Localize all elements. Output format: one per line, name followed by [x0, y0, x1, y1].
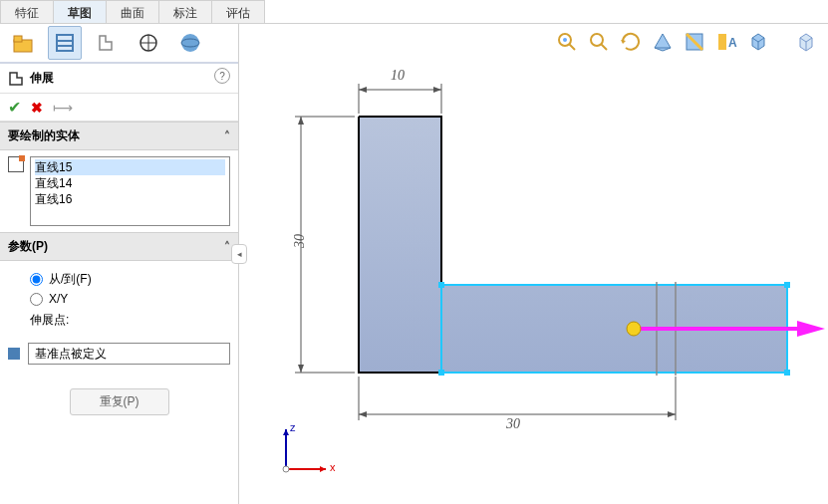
svg-rect-20 — [784, 282, 790, 288]
tab-surface[interactable]: 曲面 — [106, 0, 159, 23]
tab-sketch[interactable]: 草图 — [53, 0, 107, 23]
entity-list[interactable]: 直线15 直线14 直线16 — [30, 156, 230, 226]
list-item[interactable]: 直线14 — [35, 175, 225, 191]
dimxpert-icon[interactable] — [132, 26, 165, 60]
svg-rect-2 — [57, 35, 73, 51]
list-item[interactable]: 直线15 — [35, 159, 225, 175]
extend-point-label: 伸展点: — [30, 312, 226, 329]
dim-bottom[interactable]: 30 — [506, 416, 520, 432]
svg-marker-42 — [668, 411, 676, 417]
property-manager-icon[interactable] — [48, 26, 82, 60]
radio-xy[interactable]: X/Y — [30, 292, 226, 306]
command-title: 伸展 — [30, 70, 54, 87]
svg-marker-46 — [283, 429, 289, 435]
svg-marker-37 — [298, 365, 304, 373]
radio-fromto[interactable]: 从/到(F) — [30, 271, 226, 288]
render-icon[interactable] — [173, 26, 207, 60]
axis-triad[interactable]: x z — [274, 421, 334, 484]
pin-button[interactable]: ⟼ — [53, 100, 73, 116]
svg-marker-41 — [359, 411, 367, 417]
chevron-up-icon[interactable]: ˄ — [224, 240, 230, 254]
action-row: ✔ ✖ ⟼ — [0, 94, 238, 122]
selection-filter-icon[interactable] — [8, 156, 24, 172]
help-icon[interactable]: ? — [214, 68, 230, 84]
command-title-row: 伸展 ? — [0, 64, 238, 94]
extend-cmd-icon — [8, 71, 24, 87]
dim-top[interactable]: 10 — [391, 68, 405, 84]
svg-rect-1 — [14, 36, 22, 42]
svg-marker-44 — [320, 466, 326, 472]
svg-point-8 — [181, 34, 199, 52]
svg-rect-19 — [438, 282, 444, 288]
property-panel: 伸展 ? ✔ ✖ ⟼ 要绘制的实体 ˄ 直线15 直线14 直线16 参数(P)… — [0, 24, 239, 504]
basepoint-indicator-icon — [8, 348, 20, 360]
basepoint-input[interactable] — [28, 343, 230, 365]
svg-rect-22 — [784, 370, 790, 376]
svg-marker-26 — [797, 321, 825, 337]
ok-button[interactable]: ✔ — [8, 98, 21, 117]
repeat-button[interactable]: 重复(P) — [70, 388, 169, 415]
config-manager-icon[interactable] — [90, 26, 124, 60]
svg-rect-21 — [438, 370, 444, 376]
tab-annotate[interactable]: 标注 — [158, 0, 212, 23]
basepoint-row — [0, 343, 238, 365]
section-params[interactable]: 参数(P) ˄ — [0, 232, 238, 261]
svg-marker-36 — [298, 117, 304, 125]
section-entities[interactable]: 要绘制的实体 ˄ — [0, 122, 238, 150]
svg-point-27 — [627, 322, 641, 336]
tab-feature[interactable]: 特征 — [0, 0, 54, 23]
list-item[interactable]: 直线16 — [35, 191, 225, 207]
tab-evaluate[interactable]: 评估 — [211, 0, 265, 23]
feature-manager-icon[interactable] — [6, 26, 40, 60]
svg-point-47 — [283, 466, 289, 472]
svg-marker-32 — [433, 87, 441, 93]
graphics-area[interactable]: A — [239, 24, 828, 504]
manager-tabs — [0, 24, 238, 64]
svg-marker-31 — [359, 87, 367, 93]
chevron-up-icon[interactable]: ˄ — [224, 129, 230, 143]
params-body: 从/到(F) X/Y 伸展点: — [0, 261, 238, 339]
cancel-button[interactable]: ✖ — [31, 100, 43, 116]
dim-left[interactable]: 30 — [292, 234, 308, 248]
context-tabs: 特征 草图 曲面 标注 评估 — [0, 0, 828, 24]
panel-splitter[interactable]: ◂ — [231, 244, 247, 264]
